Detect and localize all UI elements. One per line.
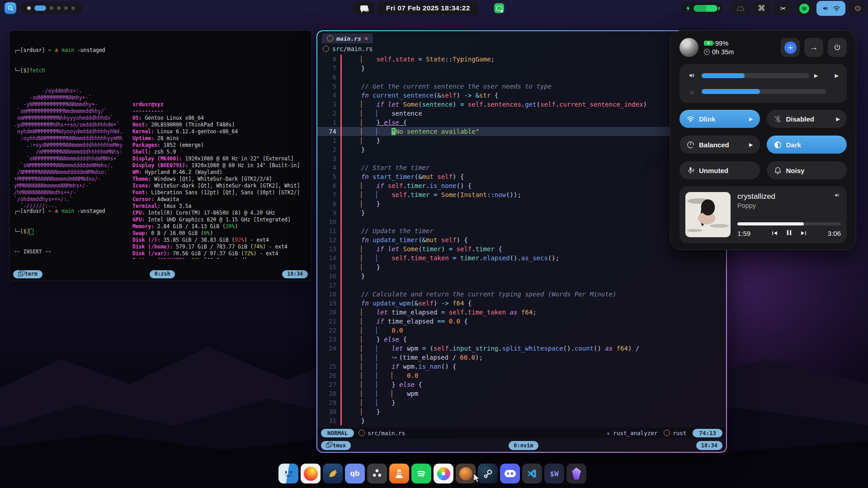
code-line[interactable]: 13 ▏ if let Some(timer) = self.timer { [317,244,726,253]
code-line[interactable]: 74 ▏ ▏ "No sentence available" [317,127,726,136]
dock-bird-icon[interactable] [323,464,343,483]
code-line[interactable]: 29 ▏ ▏ } [317,398,726,407]
code-line[interactable]: 6 ▏ if self.timer.is_none() { [317,181,726,190]
code-line[interactable]: 10 [317,217,726,226]
chevron-right-icon[interactable]: ▶ [749,116,753,122]
code-line[interactable]: 5 fn start_timer(&mut self) { [317,172,726,181]
toggle-dark[interactable]: Dark [767,136,847,154]
code-line[interactable]: 11 // Update the timer [317,226,726,235]
volume-device-chevron-icon[interactable]: ▶ [814,73,818,79]
code-line[interactable]: 5 // Get the current sentence the user n… [317,82,726,91]
toggle-noisy[interactable]: Noisy [767,161,847,179]
dock-obsidian-icon[interactable] [566,464,586,483]
code-line[interactable]: 17 [317,281,726,290]
workspace-4[interactable] [57,6,61,10]
dock-photos-icon[interactable] [434,464,453,483]
workspace-1[interactable] [27,6,31,10]
neovim-window[interactable]: main.rs × src/main.rs 8 ▏ self.state = S… [317,31,726,452]
chevron-right-icon[interactable]: ▶ [749,142,753,148]
code-line[interactable]: ▏ ▏ ↪ (time_elapsed / 60.0); [317,353,726,362]
avatar[interactable] [679,38,698,57]
code-line[interactable]: 7 } [317,64,726,73]
code-line[interactable]: 23 ▏ } else { [317,335,726,344]
code-line[interactable]: 2 ▏ ▏ sentence [317,109,726,118]
code-line[interactable]: 22 ▏ ▏ 0.0 [317,326,726,335]
code-line[interactable]: 12 fn update_timer(&mut self) { [317,235,726,244]
next-track-icon[interactable] [800,230,807,237]
dock-wezterm-icon[interactable]: $W [544,464,564,483]
code-line[interactable]: 21 ▏ if time_elapsed == 0.0 { [317,317,726,326]
workspace-5[interactable] [64,6,68,10]
code-line[interactable]: 9 } [317,208,726,217]
code-line[interactable]: 8 ▏ self.state = State::TypingGame; [317,55,726,64]
code-line[interactable]: 1 ▏ } [317,136,726,145]
notifications-icon[interactable] [353,1,375,15]
code-line[interactable]: 4 // Start the timer [317,163,726,172]
tmux-session-pill[interactable]: tmux [321,441,351,450]
code-line[interactable]: 31 } [317,416,726,425]
toggle-dlink[interactable]: Dlink▶ [679,110,760,128]
workspace-indicator[interactable] [20,2,82,14]
code-line[interactable]: 26 ▏ ▏ ▏ 0.0 [317,371,726,380]
dock-files-icon[interactable] [278,464,298,483]
dock-obs-icon[interactable] [367,464,387,483]
clock[interactable]: Fri 07 Feb 2025 18:34:22 [378,1,478,15]
power-button[interactable] [828,38,847,57]
code-line[interactable]: 3 ▏ if let Some(sentence) = self.sentenc… [317,100,726,109]
code-line[interactable]: 28 ▏ ▏ ▏ wpm [317,389,726,398]
pause-icon[interactable] [786,230,792,237]
code-line[interactable]: 8 ▏ } [317,199,726,208]
code-line[interactable]: 25 ▏ ▏ if wpm.is_nan() { [317,362,726,371]
workspace-6[interactable] [71,6,75,10]
terminal-window[interactable]: ┌─[srdusr] ~ ⋔ main -unstaged └─[$]fetch… [9,30,312,281]
dock-discord-icon[interactable] [500,464,520,483]
dock-firefox-icon[interactable] [301,464,321,483]
code-line[interactable]: 18 // Calculate and return the current t… [317,290,726,299]
code-line[interactable]: 6 [317,73,726,82]
spotify-tray-icon[interactable] [795,1,813,16]
status-indicator-icon[interactable] [494,3,504,13]
dock-spotify-icon[interactable] [411,464,431,483]
code-line[interactable]: 16 } [317,272,726,281]
player-output-icon[interactable] [834,192,841,200]
dock-vscode-icon[interactable] [522,464,542,483]
track-progress-bar[interactable] [737,222,841,225]
chevron-right-icon[interactable]: ▶ [836,116,840,122]
tab-main-rs[interactable]: main.rs × [322,33,373,43]
code-line[interactable]: 20 ▏ let time_elapsed = self.time_taken … [317,308,726,317]
tmux-window-pill[interactable]: 0:zsh [150,270,175,278]
workspace-3[interactable] [50,6,53,10]
volume-slider[interactable] [702,73,809,78]
code-line[interactable]: 19 fn update_wpm(&self) -> f64 { [317,299,726,308]
code-line[interactable]: 4 fn current_sentence(&self) -> &str { [317,91,726,100]
code-line[interactable]: 14 ▏ ▏ self.time_taken = timer.elapsed()… [317,253,726,263]
code-line[interactable]: 15 ▏ } [317,263,726,272]
battery-widget[interactable] [681,2,722,14]
code-line[interactable]: 30 ▏ } [317,407,726,416]
previous-track-icon[interactable] [771,230,778,237]
code-line[interactable]: 7 ▏ ▏ self.timer = Some(Instant::now()); [317,190,726,199]
code-buffer[interactable]: 8 ▏ self.state = State::TypingGame;7 }65… [317,55,726,427]
volume-expand-chevron-icon[interactable]: ▶ [835,73,839,79]
toggle-unmuted[interactable]: Unmuted [679,161,760,179]
code-line[interactable]: 2 } [317,145,726,154]
dock-vlc-icon[interactable] [389,464,409,483]
tab-close-icon[interactable]: × [364,35,368,42]
tmux-session-pill[interactable]: term [13,270,42,278]
code-line[interactable]: 3 [317,154,726,163]
code-line[interactable]: 1 ▏ } else { [317,118,726,127]
screenshot-scissors-icon[interactable]: ✂ [774,1,793,16]
dock-qbittorrent-icon[interactable]: qb [345,464,365,483]
power-icon[interactable] [849,1,867,16]
workspace-2[interactable] [34,5,46,11]
code-line[interactable]: 27 ▏ ▏ } else { [317,380,726,389]
search-icon[interactable] [5,2,16,14]
code-line[interactable]: 24 ▏ ▏ let wpm = (self.input_string.spli… [317,344,726,353]
toggle-disabled[interactable]: Disabled▶ [767,110,847,128]
settings-button[interactable] [781,38,800,57]
album-art[interactable] [685,192,731,237]
tmux-window-pill[interactable]: 0:nvim [509,441,538,450]
logout-button[interactable]: → [804,38,823,57]
touchpad-icon[interactable] [731,1,750,16]
command-key-icon[interactable]: ⌘ [752,1,771,16]
